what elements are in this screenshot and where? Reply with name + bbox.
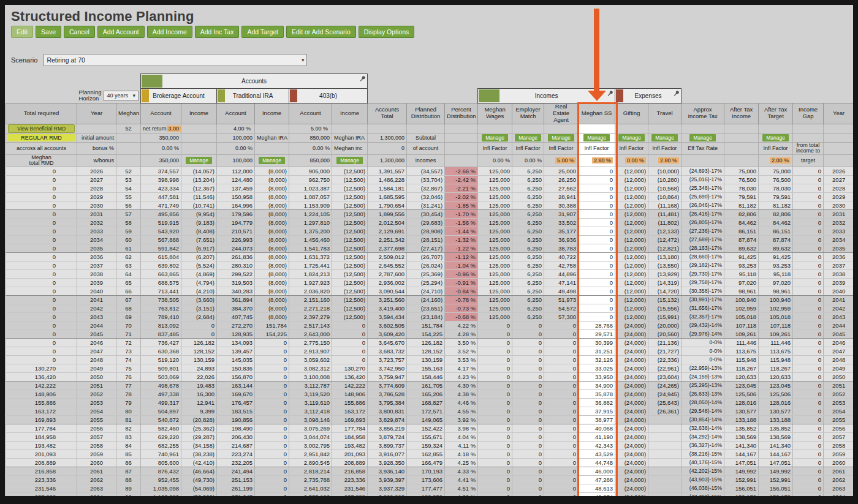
403b-tab: [290, 89, 297, 102]
cell: 89,632: [759, 244, 793, 252]
cell: 84,462: [724, 218, 759, 227]
display-options-button[interactable]: Display Options: [359, 26, 415, 38]
scenario-select[interactable]: Retiring at 70 ▾: [44, 54, 307, 66]
save-button[interactable]: Save: [36, 26, 61, 38]
cell: 59: [116, 227, 141, 235]
cell: 141,340: [759, 441, 793, 449]
cell: 57: [116, 209, 141, 218]
col-header-approx-income-tax: Approx Income Tax: [681, 103, 724, 124]
cell: 2063: [824, 484, 853, 492]
cell: 271,647: [217, 492, 255, 496]
cell: 105,018: [759, 312, 793, 321]
cell: 3.98 %: [445, 424, 478, 432]
cell: 0-0%: [681, 338, 724, 347]
manage-ira-button[interactable]: Manage: [259, 157, 285, 164]
cell: (20,000): [648, 321, 681, 329]
edit-button[interactable]: Edit: [11, 26, 33, 38]
cell: 0: [579, 312, 615, 321]
brokerage-net-return[interactable]: 3.00 %: [167, 126, 181, 132]
403b-net-return[interactable]: 5.00 %: [309, 126, 330, 132]
table-row: 0204672736,427126,182134,09302,775,15003…: [6, 338, 854, 347]
col-header-year-2: Year: [824, 103, 853, 124]
cell: 152,991: [724, 475, 759, 484]
edit-or-add-scenario-button[interactable]: Edit or Add Scenario: [286, 26, 356, 38]
cell: 125,000: [478, 269, 512, 278]
cell: (43,903)-15%: [681, 475, 724, 484]
manage-real-estate-button[interactable]: Manage: [548, 134, 574, 141]
add-target-button[interactable]: Add Target: [241, 26, 284, 38]
cell: 0: [793, 261, 824, 269]
cell: 118,267: [724, 364, 759, 372]
planning-table: Accounts Planning Horizon 40 years ▾: [6, 73, 853, 496]
cell: 2039: [77, 278, 116, 287]
manage-travel-button[interactable]: Manage: [651, 134, 678, 141]
cell: 166,479: [407, 458, 445, 467]
cell: (25,295)-13%: [681, 381, 724, 389]
cell: 125,000: [478, 252, 512, 261]
cell: 120,633: [759, 372, 793, 381]
target-infl-value[interactable]: 2.00 %: [770, 157, 791, 164]
planning-horizon-select[interactable]: 40 years ▾: [104, 91, 139, 101]
meghan-ss-infl-value[interactable]: 2.80 %: [592, 157, 613, 164]
table-row: 193,482205884682,255(34,158)214,68703,00…: [6, 441, 854, 449]
gifting-infl-value[interactable]: 0.00 %: [625, 157, 646, 164]
cell: 69: [116, 312, 141, 321]
cell: 0: [512, 458, 544, 467]
cell: 2056: [77, 424, 116, 432]
pin-icon[interactable]: [607, 90, 613, 97]
pin-icon[interactable]: [359, 75, 366, 82]
cell: 2031: [824, 209, 853, 218]
cell: 75,000: [724, 167, 759, 175]
cell: 159,172: [759, 492, 793, 496]
col-header-403b-account: Account: [289, 103, 332, 124]
cell: 682,255: [141, 441, 181, 449]
manage-gifting-button[interactable]: Manage: [618, 134, 645, 141]
cancel-button[interactable]: Cancel: [64, 26, 95, 38]
manage-target-button[interactable]: Manage: [762, 134, 789, 141]
manage-income-tax-button[interactable]: Manage: [689, 134, 716, 141]
manage-403b-button[interactable]: Manage: [336, 157, 363, 164]
pin-icon[interactable]: [673, 90, 680, 97]
col-header-403b-income: Income: [332, 103, 368, 124]
ira-net-return[interactable]: 4.00 %: [232, 126, 252, 132]
cell: 130,270: [332, 364, 368, 372]
travel-infl-value[interactable]: 2.80 %: [658, 157, 679, 164]
cell: 0: [255, 475, 289, 484]
total-wbonus: 1,300,000: [368, 154, 407, 167]
infl-factor-label: Infl Factor: [512, 142, 544, 154]
cell: 6,250: [512, 184, 544, 192]
cell: (8,000): [255, 278, 289, 287]
cell: 76,500: [759, 175, 793, 184]
cell: 3,759,947: [368, 372, 407, 381]
manage-wages-button[interactable]: Manage: [482, 134, 508, 141]
add-inc-tax-button[interactable]: Add Inc Tax: [195, 26, 240, 38]
regular-rmd-badge[interactable]: REGULAR RMD: [8, 134, 75, 141]
cell: 89: [116, 484, 141, 492]
ira-wbonus: 100,000: [217, 154, 255, 167]
cell: (27,689)-17%: [681, 235, 724, 244]
real-estate-infl-value[interactable]: 5.00 %: [555, 157, 576, 164]
cell: 3,112,418: [289, 407, 332, 415]
cell: 3,082,312: [289, 364, 332, 372]
cell: 241,494: [217, 467, 255, 475]
manage-brokerage-button[interactable]: Manage: [186, 157, 212, 164]
cell: (29,287): [181, 432, 217, 441]
view-beneficial-rmd-button[interactable]: View Beneficial RMD: [8, 124, 75, 133]
cell: 1,824,213: [289, 269, 332, 278]
table-row: 0202652374,557(14,057)112,000(8,000)905,…: [6, 167, 854, 175]
cell: 0: [579, 167, 615, 175]
cell: (6,207): [181, 252, 217, 261]
manage-match-button[interactable]: Manage: [515, 134, 541, 141]
table-row: 201,093205985740,961(38,238)223,27402,95…: [6, 449, 854, 458]
cell: (26,633)-13%: [681, 389, 724, 398]
cell: 2059: [824, 449, 853, 458]
cell: (26,361): [648, 407, 681, 415]
cell: 497,338: [141, 389, 181, 398]
manage-meghan-ss-button[interactable]: Manage: [583, 134, 610, 141]
add-account-button[interactable]: Add Account: [97, 26, 145, 38]
add-income-button[interactable]: Add Income: [147, 26, 192, 38]
col-header-planned-distribution: Planned Distribution: [407, 103, 445, 124]
cell: (12,000): [615, 227, 648, 235]
cell: 32,126: [579, 355, 615, 364]
cell: 740,961: [141, 449, 181, 458]
